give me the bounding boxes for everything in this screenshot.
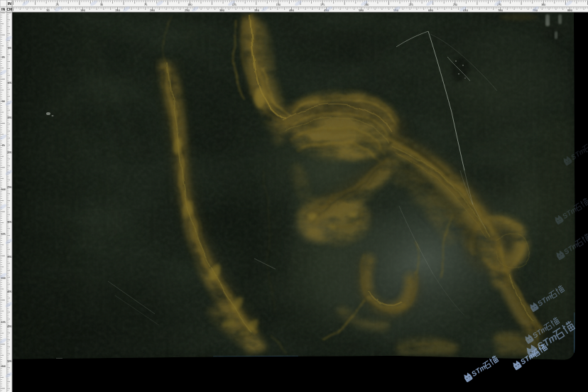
- svg-text:200: 200: [1, 365, 5, 368]
- svg-text:50: 50: [1, 100, 4, 103]
- svg-text:300: 300: [541, 4, 545, 6]
- svg-text:200: 200: [7, 151, 13, 154]
- svg-text:200: 200: [150, 9, 156, 12]
- svg-text:IN: IN: [8, 1, 11, 6]
- svg-text:400: 400: [7, 290, 13, 293]
- svg-text:IN: IN: [1, 7, 5, 11]
- svg-text:700: 700: [498, 9, 503, 12]
- svg-text:500: 500: [7, 359, 13, 363]
- svg-text:500: 500: [359, 9, 364, 12]
- svg-text:25: 25: [1, 56, 4, 59]
- svg-text:150: 150: [115, 9, 121, 12]
- svg-text:800: 800: [567, 9, 573, 12]
- svg-text:150: 150: [7, 116, 13, 119]
- svg-text:300: 300: [7, 220, 13, 224]
- svg-text:175: 175: [1, 321, 5, 324]
- svg-text:100: 100: [187, 4, 192, 6]
- svg-text:400: 400: [289, 9, 295, 12]
- svg-text:50: 50: [8, 46, 11, 50]
- svg-text:50: 50: [46, 9, 50, 12]
- svg-text:250: 250: [185, 9, 190, 12]
- svg-text:100: 100: [80, 9, 86, 12]
- svg-text:300: 300: [219, 9, 225, 12]
- svg-text:175: 175: [320, 4, 325, 6]
- svg-text:75: 75: [1, 144, 4, 147]
- svg-text:350: 350: [254, 9, 260, 12]
- svg-text:125: 125: [1, 233, 5, 236]
- svg-text:450: 450: [7, 325, 13, 328]
- svg-text:250: 250: [453, 4, 457, 6]
- svg-text:25: 25: [56, 4, 59, 6]
- svg-text:75: 75: [144, 4, 147, 6]
- svg-text:CM: CM: [6, 7, 12, 11]
- svg-text:600: 600: [428, 9, 434, 12]
- svg-text:350: 350: [7, 255, 13, 258]
- svg-text:150: 150: [276, 4, 281, 6]
- svg-text:250: 250: [7, 185, 13, 189]
- svg-text:100: 100: [7, 81, 13, 85]
- svg-text:225: 225: [408, 4, 413, 6]
- svg-text:100: 100: [1, 188, 5, 191]
- svg-text:50: 50: [100, 4, 103, 6]
